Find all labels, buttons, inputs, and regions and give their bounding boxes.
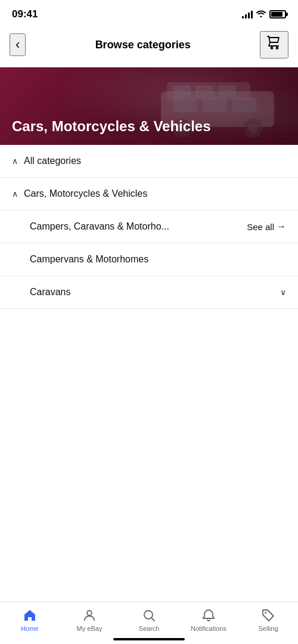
myebay-nav-label: My eBay	[77, 625, 103, 632]
caravans-label: Caravans	[30, 287, 70, 298]
svg-rect-7	[232, 97, 256, 112]
wifi-icon	[256, 10, 266, 19]
page-title: Browse categories	[95, 39, 191, 51]
cars-motorcycles-row[interactable]: ∧ Cars, Motorcycles & Vehicles	[0, 178, 298, 210]
svg-rect-5	[173, 97, 197, 112]
svg-point-12	[87, 611, 92, 615]
home-icon	[23, 608, 37, 623]
signal-icon	[242, 10, 253, 18]
category-list: ∧ All categories ∧ Cars, Motorcycles & V…	[0, 145, 298, 309]
search-nav-label: Search	[139, 625, 160, 632]
home-indicator	[113, 638, 185, 640]
svg-rect-2	[173, 85, 191, 97]
chevron-down-icon: ∨	[280, 287, 286, 297]
tag-icon	[261, 608, 275, 623]
nav-item-myebay[interactable]: My eBay	[69, 608, 110, 632]
person-icon	[82, 608, 97, 623]
campervans-row[interactable]: Campervans & Motorhomes	[0, 243, 298, 276]
status-bar: 09:41	[0, 0, 298, 25]
svg-rect-3	[195, 85, 213, 97]
status-time: 09:41	[12, 8, 38, 20]
search-icon	[142, 608, 156, 623]
all-categories-row[interactable]: ∧ All categories	[0, 145, 298, 178]
bell-icon	[201, 608, 216, 623]
chevron-up-icon: ∧	[12, 156, 18, 166]
cart-button[interactable]	[260, 31, 288, 58]
nav-item-home[interactable]: Home	[9, 608, 51, 632]
home-nav-label: Home	[21, 625, 38, 632]
nav-item-search[interactable]: Search	[128, 608, 170, 632]
chevron-up-icon-2: ∧	[12, 189, 18, 199]
see-all-label: See all	[247, 222, 274, 232]
battery-icon	[269, 10, 286, 18]
status-icons	[242, 10, 286, 19]
svg-rect-4	[218, 85, 236, 97]
caravans-row[interactable]: Caravans ∨	[0, 276, 298, 309]
svg-point-14	[265, 612, 266, 614]
notifications-nav-label: Notifications	[191, 625, 226, 632]
campers-row[interactable]: Campers, Caravans & Motorho... See all →	[0, 210, 298, 243]
hero-title: Cars, Motorcycles & Vehicles	[12, 118, 211, 135]
hero-banner: Cars, Motorcycles & Vehicles	[0, 67, 298, 145]
cars-motorcycles-label: Cars, Motorcycles & Vehicles	[24, 188, 147, 199]
svg-point-11	[249, 123, 258, 133]
svg-rect-6	[203, 97, 226, 112]
nav-item-selling[interactable]: Selling	[247, 608, 289, 632]
header: ‹ Browse categories	[0, 25, 298, 67]
cart-icon	[266, 35, 283, 51]
back-button[interactable]: ‹	[10, 33, 26, 56]
arrow-right-icon: →	[277, 221, 286, 232]
all-categories-label: All categories	[24, 156, 81, 166]
nav-item-notifications[interactable]: Notifications	[188, 608, 229, 632]
see-all-campers[interactable]: See all →	[247, 221, 286, 232]
campervans-label: Campervans & Motorhomes	[30, 254, 148, 265]
campers-label: Campers, Caravans & Motorho...	[30, 221, 169, 232]
selling-nav-label: Selling	[258, 625, 278, 632]
